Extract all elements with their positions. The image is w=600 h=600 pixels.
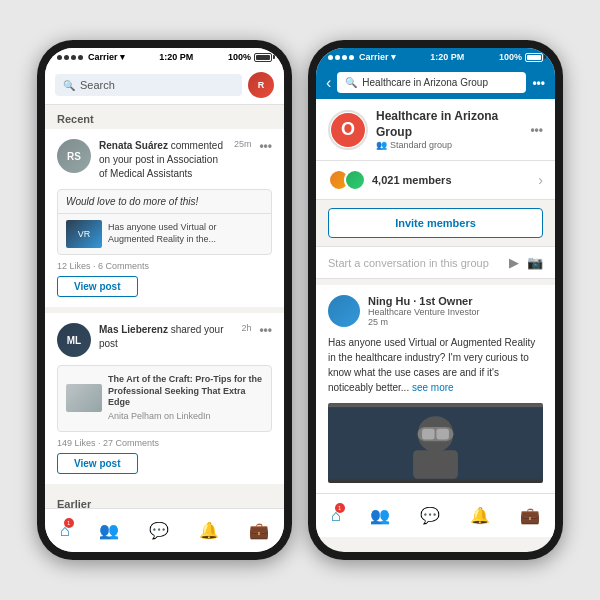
post-image [328,403,543,483]
group-header: O Healthcare in Arizona Group 👥 Standard… [316,99,555,161]
bottom-nav-right: ⌂ 1 👥 💬 🔔 💼 [316,493,555,537]
author-title: Healthcare Venture Investor [368,307,543,317]
members-count: 4,021 members [372,174,452,186]
carrier-right: Carrier [359,52,389,62]
profile-avatar-left[interactable]: R [248,72,274,98]
invite-members-button[interactable]: Invite members [328,208,543,238]
notifications-icon-left: 🔔 [199,521,219,540]
messaging-icon-right: 💬 [420,506,440,525]
view-post-btn-2[interactable]: View post [57,453,138,474]
notif-text-1: Renata Suárez commented on your post in … [99,139,226,181]
jobs-icon-left: 💼 [249,521,269,540]
notif-avatar-2: ML [57,323,91,357]
status-bar-right: Carrier ▾ 1:20 PM 100% [316,48,555,66]
svg-rect-5 [436,429,449,440]
group-type: 👥 Standard group [376,140,522,150]
time-right: 1:20 PM [430,52,464,62]
member-avatars [328,169,366,191]
author-info: Ning Hu · 1st Owner Healthcare Venture I… [368,295,543,327]
home-badge-left: 1 [64,518,74,528]
notifications-icon-right: 🔔 [470,506,490,525]
conversation-icons: ▶ 📷 [509,255,543,270]
network-icon-right: 👥 [370,506,390,525]
post-time: 25 m [368,317,543,327]
conversation-input[interactable]: Start a conversation in this group ▶ 📷 [316,246,555,279]
nav-jobs-left[interactable]: 💼 [249,521,269,540]
battery-pct-left: 100% [228,52,251,62]
home-badge-right: 1 [335,503,345,513]
author-avatar [328,295,360,327]
notif-avatar-1: RS [57,139,91,173]
post-author-2: Anita Pelham on LinkedIn [108,411,263,423]
post-stats-2: 149 Likes · 27 Comments [57,438,272,448]
post-preview-1: Would love to do more of this! VR Has an… [57,189,272,255]
more-options-1[interactable]: ••• [259,139,272,153]
chevron-right-icon: › [538,172,543,188]
post-title-2: The Art of the Craft: Pro-Tips for the P… [108,374,263,409]
bottom-nav-left: ⌂ 1 👥 💬 🔔 💼 [45,508,284,552]
recent-label: Recent [45,105,284,129]
notif-time-2: 2h [241,323,251,333]
group-type-icon: 👥 [376,140,387,150]
svg-rect-4 [422,429,435,440]
nav-network-right[interactable]: 👥 [370,506,390,525]
post-body: Has anyone used Virtual or Augmented Rea… [328,335,543,395]
post-quote-1: Would love to do more of this! [58,190,271,213]
messaging-icon-left: 💬 [149,521,169,540]
notif-time-1: 25m [234,139,252,149]
post-card: Ning Hu · 1st Owner Healthcare Venture I… [316,285,555,493]
nav-home-right[interactable]: ⌂ 1 [331,507,341,525]
search-input-left[interactable]: 🔍 Search [55,74,242,96]
post-thumb-2 [66,384,102,412]
vr-image [328,403,543,483]
back-button-right[interactable]: ‹ [326,74,331,92]
post-stats-1: 12 Likes · 6 Comments [57,261,272,271]
video-icon[interactable]: ▶ [509,255,519,270]
group-name: Healthcare in Arizona Group [376,109,522,140]
nav-messaging-right[interactable]: 💬 [420,506,440,525]
author-name: Ning Hu · 1st Owner [368,295,543,307]
post-preview-2: The Art of the Craft: Pro-Tips for the P… [57,365,272,432]
members-row[interactable]: 4,021 members › [316,161,555,200]
nav-notifications-left[interactable]: 🔔 [199,521,219,540]
nav-messaging-left[interactable]: 💬 [149,521,169,540]
left-phone: Carrier ▾ 1:20 PM 100% 🔍 Search R [37,40,292,560]
see-more-link[interactable]: see more [412,382,454,393]
member-avatar-2 [344,169,366,191]
time-left: 1:20 PM [159,52,193,62]
nav-jobs-right[interactable]: 💼 [520,506,540,525]
more-options-right[interactable]: ••• [532,76,545,90]
notification-card-1: RS Renata Suárez commented on your post … [45,129,284,307]
search-input-right[interactable]: 🔍 Healthcare in Arizona Group [337,72,526,93]
nav-notifications-right[interactable]: 🔔 [470,506,490,525]
wifi-icon: ▾ [120,52,125,62]
status-bar-left: Carrier ▾ 1:20 PM 100% [45,48,284,66]
search-icon-left: 🔍 [63,80,75,91]
jobs-icon-right: 💼 [520,506,540,525]
post-inner-text-1: Has anyone used Virtual or Augmented Rea… [108,222,263,245]
search-placeholder-left: Search [80,79,115,91]
post-author-row: Ning Hu · 1st Owner Healthcare Venture I… [328,295,543,327]
search-icon-right: 🔍 [345,77,357,88]
wifi-icon-right: ▾ [391,52,396,62]
notification-card-2: ML Mas Lieberenz shared your post 2h ••• [45,313,284,484]
battery-pct-right: 100% [499,52,522,62]
search-bar-right: ‹ 🔍 Healthcare in Arizona Group ••• [316,66,555,99]
conversation-placeholder: Start a conversation in this group [328,257,489,269]
nav-network-left[interactable]: 👥 [99,521,119,540]
left-screen-content: Recent RS Renata Suárez commented on you… [45,105,284,508]
search-bar-left: 🔍 Search R [45,66,284,105]
camera-icon[interactable]: 📷 [527,255,543,270]
notif-text-2: Mas Lieberenz shared your post [99,323,233,351]
carrier-left: Carrier [88,52,118,62]
right-phone: Carrier ▾ 1:20 PM 100% ‹ 🔍 Healthcare in… [308,40,563,560]
view-post-btn-1[interactable]: View post [57,276,138,297]
group-info: Healthcare in Arizona Group 👥 Standard g… [376,109,522,150]
post-thumb-1: VR [66,220,102,248]
more-options-2[interactable]: ••• [259,323,272,337]
group-more-options[interactable]: ••• [530,123,543,137]
earlier-label: Earlier [45,490,284,508]
network-icon-left: 👥 [99,521,119,540]
nav-home-left[interactable]: ⌂ 1 [60,522,70,540]
svg-rect-2 [413,450,458,479]
